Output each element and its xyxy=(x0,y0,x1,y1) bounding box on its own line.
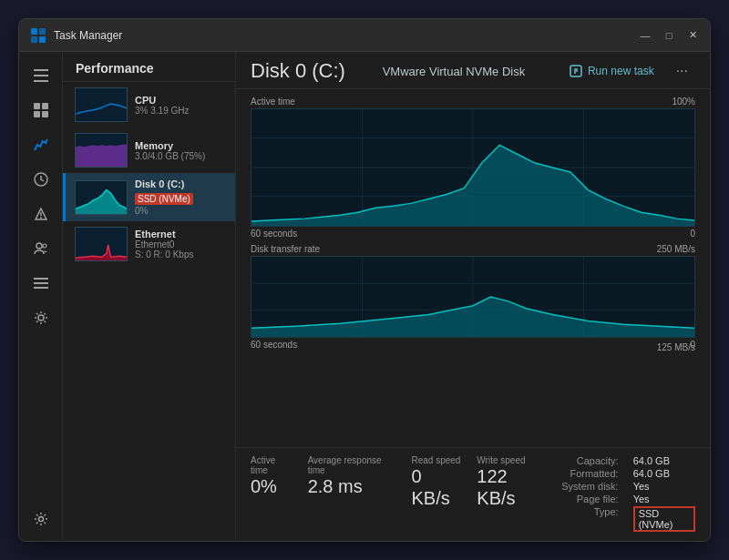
panel-actions: Run new task ··· xyxy=(562,59,695,83)
svg-marker-24 xyxy=(76,245,127,260)
type-label: Type: xyxy=(561,506,618,532)
sidebar-item-settings[interactable] xyxy=(23,506,59,539)
run-task-label: Run new task xyxy=(588,65,654,77)
stat-active-time: Active time 0% xyxy=(251,455,293,532)
run-task-button[interactable]: Run new task xyxy=(562,61,662,81)
sidebar-item-hamburger[interactable] xyxy=(23,59,59,92)
capacity-value: 64.0 GB xyxy=(633,455,695,466)
svg-rect-5 xyxy=(34,75,48,76)
perf-sidebar: Performance CPU 3% 3.19 GHz xyxy=(63,52,236,541)
chart1-time: 60 seconds xyxy=(251,229,297,239)
close-button[interactable]: ✕ xyxy=(686,29,699,42)
right-stats: Capacity: 64.0 GB Formatted: 64.0 GB Sys… xyxy=(561,455,695,532)
sidebar-item-history[interactable] xyxy=(23,163,59,196)
cpu-thumb xyxy=(75,87,128,122)
run-task-icon xyxy=(570,65,582,77)
disk-info: Disk 0 (C:) SSD (NVMe) 0% xyxy=(135,178,226,216)
perf-item-memory[interactable]: Memory 3.0/4.0 GB (75%) xyxy=(63,127,235,173)
svg-rect-4 xyxy=(34,69,48,71)
task-manager-window: Task Manager — □ ✕ xyxy=(18,18,711,542)
sidebar-item-users[interactable] xyxy=(23,232,59,265)
svg-point-15 xyxy=(36,243,42,249)
cpu-name: CPU xyxy=(135,95,226,106)
perf-item-disk[interactable]: Disk 0 (C:) SSD (NVMe) 0% xyxy=(63,173,235,221)
page-file-label: Page file: xyxy=(561,494,618,504)
chart2-svg xyxy=(252,257,694,337)
sidebar-item-processes[interactable] xyxy=(23,94,59,127)
svg-marker-22 xyxy=(76,144,127,167)
svg-rect-9 xyxy=(34,111,40,117)
read-speed-label: Read speed xyxy=(411,455,462,465)
main-content: Performance CPU 3% 3.19 GHz xyxy=(19,52,710,541)
chart2-label-bottom: 60 seconds 0 xyxy=(251,340,695,350)
disk-sub: 0% xyxy=(135,206,226,216)
memory-info: Memory 3.0/4.0 GB (75%) xyxy=(135,140,226,161)
stat-read-speed: Read speed 0 KB/s xyxy=(411,455,462,532)
window-title: Task Manager xyxy=(54,29,639,42)
window-controls: — □ ✕ xyxy=(639,29,699,42)
chart1-container xyxy=(251,108,695,227)
avg-response-value: 2.8 ms xyxy=(308,475,397,497)
charts-area: Active time 100% xyxy=(236,89,710,447)
more-button[interactable]: ··· xyxy=(669,59,695,83)
svg-rect-17 xyxy=(34,278,48,280)
cpu-sub: 3% 3.19 GHz xyxy=(135,106,226,116)
memory-name: Memory xyxy=(135,140,226,151)
stat-avg-response: Average response time 2.8 ms xyxy=(308,455,397,532)
panel-subtitle: VMware Virtual NVMe Disk xyxy=(383,65,526,78)
ethernet-thumb xyxy=(75,227,128,261)
svg-rect-7 xyxy=(34,103,40,109)
ethernet-info: Ethernet Ethernet0 S: 0 R: 0 Kbps xyxy=(135,229,226,260)
panel-title: Disk 0 (C:) xyxy=(251,59,345,83)
disk-highlight: SSD (NVMe) xyxy=(135,193,193,205)
perf-item-ethernet[interactable]: Ethernet Ethernet0 S: 0 R: 0 Kbps xyxy=(63,221,235,267)
panel-header: Disk 0 (C:) VMware Virtual NVMe Disk Run… xyxy=(236,52,710,89)
formatted-value: 64.0 GB xyxy=(633,468,695,479)
chart2-max: 250 MB/s xyxy=(657,244,695,254)
svg-point-21 xyxy=(38,517,43,522)
svg-rect-18 xyxy=(34,282,48,284)
sidebar-item-details[interactable] xyxy=(23,267,59,300)
memory-thumb xyxy=(75,133,128,168)
chart2-wrapper: Disk transfer rate 250 MB/s xyxy=(251,244,695,350)
chart1-min: 0 xyxy=(690,229,695,239)
minimize-button[interactable]: — xyxy=(639,29,652,42)
disk-thumb xyxy=(75,180,128,215)
chart1-title: Active time xyxy=(251,97,295,107)
system-disk-value: Yes xyxy=(633,481,695,492)
svg-rect-6 xyxy=(34,80,48,82)
type-value: SSD (NVMe) xyxy=(633,506,695,532)
avg-response-label: Average response time xyxy=(308,455,397,475)
capacity-label: Capacity: xyxy=(561,455,618,466)
chart1-label-top: Active time 100% xyxy=(251,97,695,107)
sidebar-item-services[interactable] xyxy=(23,301,59,334)
formatted-label: Formatted: xyxy=(561,468,618,479)
svg-rect-3 xyxy=(39,36,46,43)
sidebar-item-startup[interactable] xyxy=(23,198,59,230)
disk-name: Disk 0 (C:) xyxy=(135,178,226,189)
svg-point-20 xyxy=(38,315,44,321)
chart2-mid: 125 MB/s xyxy=(657,342,695,352)
svg-marker-23 xyxy=(76,189,127,214)
active-time-label: Active time xyxy=(251,455,293,475)
chart1-label-bottom: 60 seconds 0 xyxy=(251,229,695,239)
titlebar: Task Manager — □ ✕ xyxy=(19,19,710,52)
chart1-wrapper: Active time 100% xyxy=(251,97,695,239)
icon-sidebar xyxy=(19,52,63,541)
speed-stats: Read speed 0 KB/s Write speed 122 KB/s xyxy=(411,455,547,532)
read-speed-value: 0 KB/s xyxy=(411,465,462,509)
panel-title-group: Disk 0 (C:) xyxy=(251,59,345,83)
ethernet-sub2: S: 0 R: 0 Kbps xyxy=(135,249,226,260)
chart2-label-top: Disk transfer rate 250 MB/s xyxy=(251,244,695,254)
svg-rect-0 xyxy=(31,28,37,35)
maximize-button[interactable]: □ xyxy=(662,29,675,42)
svg-rect-19 xyxy=(34,287,48,289)
main-panel: Disk 0 (C:) VMware Virtual NVMe Disk Run… xyxy=(236,52,710,541)
sidebar-item-performance[interactable] xyxy=(23,128,59,161)
ethernet-name: Ethernet xyxy=(135,229,226,239)
perf-item-cpu[interactable]: CPU 3% 3.19 GHz xyxy=(63,82,235,127)
app-icon xyxy=(30,27,46,44)
ethernet-sub1: Ethernet0 xyxy=(135,239,226,249)
svg-rect-10 xyxy=(42,111,48,117)
page-file-value: Yes xyxy=(633,494,695,504)
